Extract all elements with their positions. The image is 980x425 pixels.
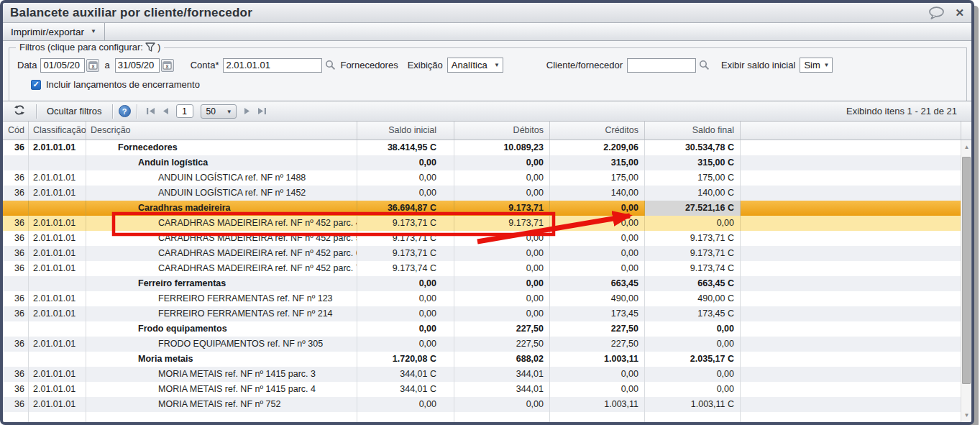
print-export-button[interactable]: Imprimir/exportar ▼ (3, 23, 105, 40)
table-cell: 9.173,71 C (357, 216, 454, 231)
table-cell: Moria metais (86, 352, 357, 367)
table-row[interactable]: 362.01.01.01CARADHRAS MADEIREIRA ref. NF… (3, 231, 971, 246)
date-to-input[interactable] (115, 58, 160, 73)
page-size-select[interactable]: 50 ▼ (201, 104, 237, 119)
hide-filters-button[interactable]: Ocultar filtros (42, 106, 106, 116)
table-row[interactable]: 362.01.01.01FRODO EQUIPAMENTOS ref. NF n… (3, 337, 971, 352)
chevron-down-icon: ▼ (823, 63, 829, 68)
table-cell: 0,00 (357, 291, 454, 306)
table-cell: 1.720,08 C (357, 352, 454, 367)
search-icon[interactable] (699, 60, 710, 70)
table-cell: 344,01 C (357, 382, 454, 397)
table-cell (3, 155, 29, 170)
column-header[interactable]: Saldo inicial (357, 122, 454, 140)
date-from-input[interactable] (40, 58, 85, 73)
table-cell: 0,00 (357, 306, 454, 321)
table-cell: 0,00 (357, 155, 454, 170)
table-row[interactable]: 362.01.01.01MORIA METAIS ref. NF nº 1415… (3, 382, 971, 397)
filter-funnel-icon[interactable] (145, 42, 155, 52)
table-row[interactable]: 362.01.01.01CARADHRAS MADEIREIRA ref. NF… (3, 246, 971, 261)
table-row[interactable]: 362.01.01.01ANDUIN LOGÍSTICA ref. NF nº … (3, 186, 971, 201)
table-cell: 175,00 C (645, 170, 741, 186)
table-cell (29, 321, 86, 337)
close-icon[interactable]: ✕ (955, 7, 964, 18)
filters-panel: Filtros (clique para configurar: ) Data … (3, 41, 971, 101)
date-to-label: a (104, 60, 109, 70)
table-cell: 2.01.01.01 (29, 337, 86, 352)
print-export-label: Imprimir/exportar (11, 27, 84, 37)
table-row[interactable]: 362.01.01.01FERREIRO FERRAMENTAS ref. NF… (3, 306, 971, 321)
table-cell: 9.173,71 C (645, 231, 741, 246)
calendar-icon[interactable]: 8 (161, 59, 174, 72)
table-row[interactable]: 362.01.01.01CARADHRAS MADEIREIRA ref. NF… (3, 216, 971, 231)
next-page-button[interactable] (244, 107, 250, 115)
table-cell: 36 (3, 216, 29, 231)
table-cell (3, 201, 29, 216)
table-row[interactable]: Moria metais1.720,08 C688,021.003,112.03… (3, 352, 971, 367)
column-header[interactable]: Saldo final (645, 122, 741, 140)
table-cell: 0,00 (645, 321, 741, 337)
table-cell (3, 352, 29, 367)
table-row[interactable]: 362.01.01.01ANDUIN LOGÍSTICA ref. NF nº … (3, 170, 971, 186)
table-cell: 36 (3, 397, 29, 412)
table-cell: FRODO EQUIPAMENTOS ref. NF nº 305 (86, 337, 357, 352)
column-header[interactable]: Descrição (86, 122, 357, 140)
table-cell: Anduin logística (86, 155, 357, 170)
table-cell: 688,02 (454, 352, 550, 367)
table-header-row: CódClassificaçãoDescriçãoSaldo inicialDé… (3, 122, 971, 140)
table-row[interactable]: 362.01.01.01MORIA METAIS ref. NF nº 7520… (3, 397, 971, 412)
scroll-up-icon[interactable]: ▲ (961, 142, 972, 152)
chevron-down-icon: ▼ (494, 63, 500, 68)
table-cell (645, 412, 741, 422)
first-page-button[interactable] (146, 107, 155, 115)
table-cell: 0,00 (454, 170, 550, 186)
column-header[interactable]: Cód (3, 122, 29, 140)
date-label: Data (17, 60, 37, 70)
table-row[interactable]: Ferreiro ferramentas0,000,00663,45663,45… (3, 276, 971, 291)
table-row[interactable]: 362.01.01.01MORIA METAIS ref. NF nº 1415… (3, 367, 971, 382)
table-row[interactable]: 362.01.01.01CARADHRAS MADEIREIRA ref. NF… (3, 261, 971, 276)
scroll-down-icon[interactable]: ▼ (961, 410, 972, 421)
comment-bubble-icon[interactable] (928, 6, 945, 19)
table-cell: 2.01.01.01 (29, 291, 86, 306)
table-row[interactable]: 362.01.01.01FERREIRO FERRAMENTAS ref. NF… (3, 291, 971, 306)
svg-text:8: 8 (92, 64, 95, 69)
table-cell: 2.01.01.01 (29, 231, 86, 246)
table-cell: 227,50 (454, 337, 550, 352)
table-cell: 0,00 (454, 261, 550, 276)
client-supplier-input[interactable] (627, 58, 696, 73)
items-info: Exibindo itens 1 - 21 de 21 (846, 106, 966, 116)
column-header[interactable]: Classificação (29, 122, 86, 140)
table-row[interactable]: Anduin logística0,000,00315,00315,00 C (3, 155, 971, 170)
filters-legend[interactable]: Filtros (clique para configurar: ) (16, 42, 164, 52)
page-size-value: 50 (206, 106, 216, 116)
table-row[interactable]: Caradhras madeireira36.694,87 C9.173,710… (3, 201, 971, 216)
table-row[interactable]: Frodo equipamentos0,00227,50227,500,00 (3, 321, 971, 337)
help-icon[interactable]: ? (119, 105, 131, 117)
table-cell: 315,00 C (645, 155, 741, 170)
show-initial-balance-select[interactable]: Sim ▼ (800, 58, 833, 73)
display-mode-select[interactable]: Analítica ▼ (447, 58, 503, 73)
last-page-button[interactable] (257, 107, 267, 115)
previous-page-button[interactable] (162, 107, 169, 115)
scrollbar[interactable]: ▲ ▼ (961, 140, 971, 422)
column-header[interactable]: Débitos (454, 122, 550, 140)
table-cell: 36 (3, 231, 29, 246)
table-cell: 344,01 (454, 367, 550, 382)
include-closing-entries-checkbox[interactable]: ✓ (31, 80, 41, 90)
refresh-icon[interactable] (9, 104, 30, 118)
table-cell: 2.01.01.01 (29, 186, 86, 201)
search-icon[interactable] (325, 60, 336, 70)
page-number-input[interactable] (176, 104, 193, 118)
table-cell: 36 (3, 170, 29, 186)
column-header[interactable]: Créditos (550, 122, 645, 140)
table-cell: 36 (3, 367, 29, 382)
account-input[interactable] (223, 58, 322, 73)
scrollbar-thumb[interactable] (962, 157, 971, 384)
table-cell: 490,00 C (645, 291, 741, 306)
table-cell: 1.003,11 (550, 352, 645, 367)
table-cell: 140,00 (550, 186, 645, 201)
calendar-icon[interactable]: 8 (86, 59, 99, 72)
table-row[interactable]: 362.01.01.01Fornecedores38.414,95 C10.08… (3, 140, 971, 155)
page-title: Balancete auxiliar por cliente/fornecedo… (10, 6, 252, 20)
